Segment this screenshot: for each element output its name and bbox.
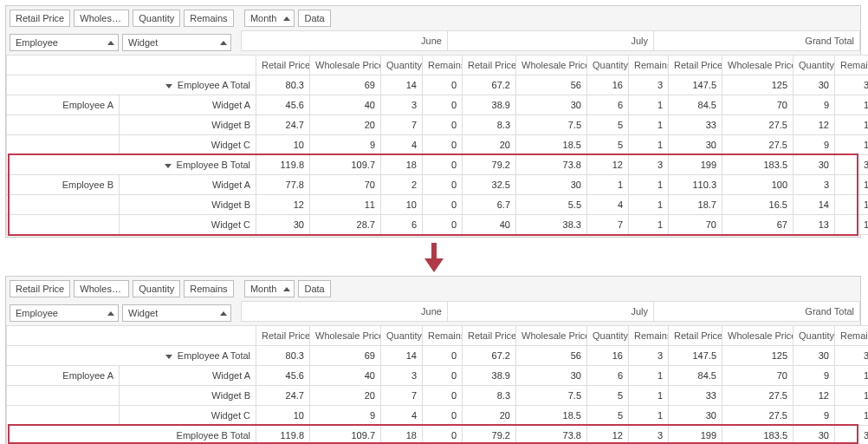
data-cell: 38.9 (463, 95, 516, 115)
field-employee[interactable]: Employee (10, 34, 119, 51)
data-cell: 69 (310, 346, 381, 366)
field-employee[interactable]: Employee (10, 304, 119, 322)
row-total-header[interactable]: Employee A Total (7, 346, 256, 366)
data-cell: 67.2 (463, 346, 516, 366)
data-cell: 70 (310, 175, 381, 195)
data-cell: 1 (629, 115, 669, 135)
field-remains[interactable]: Remains (184, 280, 233, 297)
data-cell: 9 (794, 95, 835, 115)
employee-cell (7, 386, 120, 406)
data-cell: 30 (794, 155, 835, 175)
employee-cell (7, 406, 120, 426)
data-cell: 24.7 (256, 115, 310, 135)
row-total-header[interactable]: Employee B Total (7, 426, 256, 445)
data-cell: 20 (310, 386, 381, 406)
data-cell: 9 (794, 135, 835, 155)
field-retail[interactable]: Retail Price (10, 10, 70, 27)
data-cell: 70 (722, 95, 794, 115)
data-cell: 73.8 (516, 155, 587, 175)
data-cell: 30 (669, 406, 722, 426)
employee-cell (7, 115, 120, 135)
data-cell: 16.5 (722, 195, 794, 215)
data-cell: 1 (629, 386, 669, 406)
data-row: Widget B24.720708.37.5513327.5121 (7, 386, 869, 406)
field-wholesale[interactable]: Wholesal… (74, 10, 129, 27)
summary-row: Employee B Total119.8109.718079.273.8123… (7, 155, 869, 175)
data-cell: 110.3 (669, 175, 722, 195)
data-cell: 80.3 (256, 75, 310, 95)
data-cell: 38.9 (463, 366, 516, 386)
data-row: Widget B24.720708.37.5513327.5121 (7, 115, 869, 135)
data-cell: 8.3 (463, 386, 516, 406)
data-cell: 3 (629, 346, 669, 366)
sort-asc-icon (283, 16, 290, 21)
data-cell: 27.5 (722, 406, 794, 426)
data-cell: 1 (629, 366, 669, 386)
data-row: Widget C109402018.5513027.591 (7, 135, 869, 155)
data-cell: 40 (463, 215, 516, 235)
row-total-header[interactable]: Employee A Total (7, 75, 256, 95)
data-row: Employee BWidget A77.8702032.53011110.31… (7, 175, 869, 195)
field-remains[interactable]: Remains (184, 10, 233, 27)
data-cell: 12 (256, 195, 310, 215)
data-row: Employee AWidget A45.6403038.9306184.570… (7, 366, 869, 386)
field-widget[interactable]: Widget (122, 304, 231, 322)
data-cell: 70 (669, 215, 722, 235)
data-cell: 12 (794, 386, 835, 406)
data-cell: 3 (835, 426, 869, 445)
sort-asc-icon (283, 287, 290, 291)
data-cell: 1 (835, 406, 869, 426)
data-cell: 30 (516, 95, 587, 115)
field-wholesale[interactable]: Wholesal… (74, 280, 129, 297)
data-cell: 40 (310, 366, 381, 386)
data-cell: 1 (835, 135, 869, 155)
data-row: Widget C3028.7604038.3717067131 (7, 215, 869, 235)
data-cell: 24.7 (256, 386, 310, 406)
data-cell: 14 (794, 195, 835, 215)
data-cell: 125 (722, 346, 794, 366)
data-cell: 3 (381, 366, 423, 386)
chevron-down-icon[interactable] (165, 164, 172, 168)
data-cell: 0 (423, 135, 463, 155)
employee-cell: Employee B (7, 175, 120, 195)
data-cell: 18 (381, 426, 423, 445)
row-total-header[interactable]: Employee B Total (7, 155, 256, 175)
data-cell: 28.7 (310, 215, 381, 235)
data-cell: 12 (587, 155, 629, 175)
data-cell: 3 (629, 155, 669, 175)
field-data[interactable]: Data (298, 10, 330, 27)
data-cell: 1 (629, 406, 669, 426)
field-quantity[interactable]: Quantity (133, 10, 180, 27)
data-cell: 10 (256, 135, 310, 155)
chevron-down-icon[interactable] (165, 84, 172, 88)
data-cell: 1 (835, 215, 869, 235)
data-cell: 30 (256, 215, 310, 235)
data-cell: 1 (587, 175, 629, 195)
measure-header-row: Retail PriceWholesale PriceQuantityRemai… (7, 326, 869, 346)
field-data[interactable]: Data (298, 280, 330, 297)
data-cell: 20 (463, 135, 516, 155)
field-quantity[interactable]: Quantity (133, 280, 180, 297)
field-retail[interactable]: Retail Price (10, 280, 70, 297)
field-month[interactable]: Month (244, 280, 295, 297)
data-cell: 6 (381, 215, 423, 235)
data-cell: 1 (629, 95, 669, 115)
widget-cell: Widget A (120, 175, 256, 195)
data-cell: 183.5 (722, 155, 794, 175)
data-cell: 79.2 (463, 426, 516, 445)
column-headers: June July Grand Total (241, 301, 860, 322)
data-row: Employee AWidget A45.6403038.9306184.570… (7, 95, 869, 115)
data-cell: 3 (794, 175, 835, 195)
data-cell: 1 (835, 115, 869, 135)
data-cell: 33 (669, 115, 722, 135)
data-cell: 12 (587, 426, 629, 445)
data-cell: 3 (629, 75, 669, 95)
widget-cell: Widget C (120, 215, 256, 235)
data-cell: 20 (463, 406, 516, 426)
widget-cell: Widget A (120, 366, 256, 386)
widget-cell: Widget C (120, 406, 256, 426)
data-cell: 119.8 (256, 155, 310, 175)
chevron-down-icon[interactable] (165, 355, 172, 359)
field-month[interactable]: Month (244, 10, 295, 27)
field-widget[interactable]: Widget (122, 34, 231, 51)
